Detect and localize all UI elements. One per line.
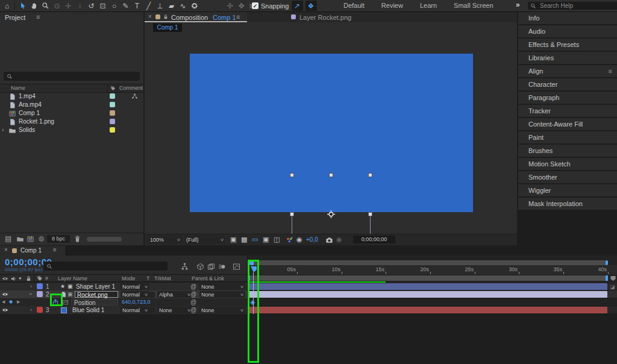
label-color-swatch[interactable] [110, 127, 115, 133]
viewer-subtab[interactable]: Comp 1 [153, 24, 182, 32]
panel-menu-icon[interactable]: ≡ [609, 65, 612, 77]
panel-tab-paragraph[interactable]: Paragraph [518, 92, 617, 104]
selection-handle[interactable] [329, 173, 333, 177]
project-search-field[interactable] [4, 72, 140, 81]
selection-handle[interactable] [290, 173, 294, 177]
workspace-tab-review[interactable]: Review [373, 0, 412, 11]
project-item-aramp4[interactable]: Ara.mp4 [0, 101, 143, 109]
panel-tab-content-aware-fill[interactable]: Content-Aware Fill [518, 118, 617, 130]
layer-tab[interactable]: Layer Rocket.png [286, 12, 365, 22]
panel-tab-audio[interactable]: Audio [518, 25, 617, 37]
timeline-comp-tab[interactable]: × Comp 1 ≡ [0, 246, 65, 256]
label-color-swatch[interactable] [110, 110, 115, 116]
parent-link-column-header[interactable]: Parent & Link [192, 275, 224, 281]
frame-blending-icon[interactable] [207, 263, 215, 271]
timeline-search-field[interactable] [43, 262, 168, 271]
tab-menu-icon[interactable]: ≡ [53, 246, 57, 253]
panel-tab-smoother[interactable]: Smoother [518, 171, 617, 183]
trkmat-column-header[interactable]: TrkMat [154, 275, 171, 281]
help-search-input[interactable] [539, 2, 617, 10]
layer-label-swatch[interactable] [37, 283, 43, 289]
puppet-pin-tool-button[interactable]: ✪ [189, 1, 200, 11]
safe-margins-button[interactable]: ◫ [274, 236, 280, 243]
mode-column-header[interactable]: Mode [122, 275, 136, 281]
graph-editor-icon[interactable] [233, 263, 240, 271]
bit-depth-button[interactable]: 8 bpc [47, 235, 70, 243]
workspace-overflow-button[interactable]: » [516, 1, 520, 9]
panel-tab-effects-presets[interactable]: Effects & Presets [518, 39, 617, 51]
region-of-interest-button[interactable]: ▣ [263, 236, 269, 243]
work-area-bar[interactable] [248, 275, 608, 281]
new-folder-icon[interactable] [16, 235, 24, 243]
preserve-transparency-checkbox[interactable] [148, 292, 155, 298]
type-tool-button[interactable]: T [131, 1, 143, 11]
snapping-checkbox[interactable]: ✓ [252, 2, 258, 9]
blend-mode-dropdown[interactable]: Normal∨ [121, 307, 149, 313]
keyframe-toggle-icon[interactable]: ◆ [9, 299, 13, 304]
expand-chevron-icon[interactable]: › [30, 307, 32, 313]
snap-feature-toggle[interactable]: ❖ [305, 1, 317, 11]
label-tag-icon[interactable] [110, 86, 116, 91]
work-area-end-handle[interactable] [606, 275, 608, 281]
panel-tab-libraries[interactable]: Libraries [518, 52, 617, 64]
layer-name-column-header[interactable]: Layer Name [58, 275, 87, 281]
layer-bar-blue-solid-1[interactable] [248, 307, 607, 313]
lock-icon[interactable] [163, 14, 169, 20]
draft-3d-icon[interactable] [196, 263, 204, 271]
project-panel-tab[interactable]: Project [5, 14, 25, 21]
panel-tab-align[interactable]: Align≡ [518, 65, 617, 77]
pickwhip-icon[interactable]: @ [190, 291, 196, 298]
label-color-swatch[interactable] [110, 119, 115, 124]
composition-canvas[interactable] [190, 54, 473, 212]
visibility-eye-icon[interactable] [2, 291, 8, 298]
pickwhip-icon[interactable]: @ [190, 299, 196, 306]
project-settings-icon[interactable]: ◍ [39, 234, 45, 242]
selection-handle[interactable] [368, 212, 372, 216]
parent-link-dropdown[interactable]: None∨ [199, 307, 245, 313]
layer-bar-rocket-png[interactable] [248, 291, 607, 298]
exposure-value[interactable]: +0,0 [306, 236, 318, 243]
project-item-1mp4[interactable]: 1.mp4 [0, 92, 143, 101]
close-tab-icon[interactable]: × [148, 13, 152, 20]
panel-tab-brushes[interactable]: Brushes [518, 145, 617, 157]
timeline-search-input[interactable] [55, 262, 164, 270]
previous-keyframe-icon[interactable]: ◀ [2, 300, 5, 304]
close-tab-icon[interactable]: × [4, 246, 8, 253]
panel-tab-tracker[interactable]: Tracker [518, 105, 617, 117]
mini-flowchart-icon[interactable] [181, 263, 189, 271]
brush-tool-button[interactable]: ╱ [143, 1, 154, 11]
gutter-widget-icon[interactable]: ◪ [610, 284, 615, 290]
project-item-comp1[interactable]: Comp 1 [0, 109, 143, 118]
panel-tab-mask-interpolation[interactable]: Mask Interpolation [518, 198, 617, 210]
transparency-grid-button[interactable]: ▩ [241, 236, 247, 243]
playhead-marker-icon[interactable] [250, 266, 257, 273]
anchor-point-icon[interactable] [327, 210, 335, 218]
resolution-dropdown[interactable]: (Full)∨ [184, 236, 225, 243]
snapshot-camera-icon[interactable] [325, 236, 333, 244]
viewer-timecode[interactable]: 0;00;00;00 [353, 236, 395, 243]
magnification-dropdown[interactable]: 100%∨ [148, 236, 182, 243]
shape-tool-button[interactable]: ○ [108, 1, 120, 11]
selection-tool-button[interactable] [17, 1, 28, 11]
mask-visibility-button[interactable]: ▭ [252, 236, 258, 243]
panel-tab-motion-sketch[interactable]: Motion Sketch [518, 158, 617, 170]
layer-label-swatch[interactable] [37, 307, 43, 313]
column-comment[interactable]: Comment [119, 85, 143, 91]
snap-edge-toggle[interactable]: ↗ [292, 1, 303, 11]
puppet-option-a-button[interactable]: ✣ [224, 1, 236, 11]
project-search-input[interactable] [15, 72, 137, 80]
workspace-tab-small-screen[interactable]: Small Screen [445, 0, 501, 11]
project-panel-menu-icon[interactable]: ≡ [36, 13, 40, 20]
visibility-eye-icon[interactable] [2, 307, 8, 313]
navigator-end-handle[interactable] [606, 260, 608, 265]
pickwhip-icon[interactable]: @ [190, 307, 196, 313]
label-color-swatch[interactable] [110, 93, 115, 99]
selection-handle[interactable] [368, 173, 372, 177]
property-graph-icon[interactable] [62, 299, 69, 306]
puppet-option-b-button[interactable]: ✥ [236, 1, 247, 11]
pan-behind-tool-button[interactable]: ⊡ [97, 1, 108, 11]
dolly-camera-tool-button[interactable]: ↕ [74, 1, 86, 11]
layer-bar-shape-layer-1[interactable] [248, 283, 607, 290]
navigator-playhead-flag[interactable] [250, 260, 254, 265]
property-name[interactable]: Position [71, 299, 118, 306]
